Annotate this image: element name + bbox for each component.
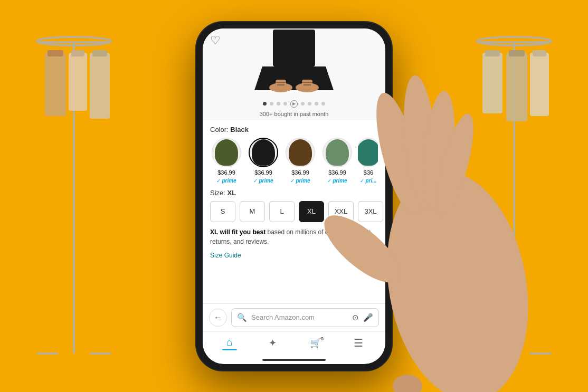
- size-xxl[interactable]: XXL: [328, 201, 354, 222]
- dot-8[interactable]: [315, 102, 318, 106]
- content-area: Color: Black $36.99 ✓: [203, 120, 385, 303]
- size-l[interactable]: L: [269, 201, 295, 222]
- prime-badge-black: ✓ prime: [253, 178, 273, 184]
- color-option-sage[interactable]: $36.99 ✓ prime: [321, 138, 354, 184]
- color-circle-brown: [286, 138, 315, 167]
- back-button[interactable]: ←: [209, 309, 227, 327]
- product-image: [241, 30, 347, 93]
- size-xl[interactable]: XL: [299, 201, 324, 222]
- cart-icon: 🛒0: [310, 337, 321, 349]
- size-guide-link[interactable]: Size Guide: [210, 252, 378, 259]
- color-price-teal: $36: [364, 169, 373, 176]
- svg-rect-25: [276, 80, 286, 88]
- home-indicator: [262, 359, 326, 361]
- svg-point-35: [419, 89, 459, 213]
- color-option-black[interactable]: $36.99 ✓ prime: [247, 138, 280, 184]
- discover-icon: ✦: [269, 337, 277, 349]
- nav-bar: ⌂ ✦ 🛒0 ☰: [203, 332, 385, 357]
- product-image-area: ♡: [203, 28, 385, 97]
- svg-point-34: [399, 73, 442, 213]
- home-active-indicator: [222, 349, 237, 350]
- color-circle-black: [249, 138, 278, 167]
- svg-point-38: [393, 375, 422, 393]
- nav-home[interactable]: ⌂: [216, 336, 243, 350]
- fit-rec-bold: XL will fit you best: [210, 228, 265, 236]
- color-circle-olive: [212, 138, 241, 167]
- color-circle-sage: [323, 138, 352, 167]
- size-section: Size: XL S M L XL XXL 3XL: [210, 189, 378, 222]
- pagination-dots: ▶: [203, 97, 385, 110]
- wishlist-icon[interactable]: ♡: [210, 34, 221, 47]
- color-option-teal[interactable]: $36 ✓ pri...: [358, 138, 378, 184]
- search-bar: ← 🔍 Search Amazon.com ⊙ 🎤: [203, 304, 385, 332]
- color-label: Color: Black: [210, 126, 378, 133]
- phone-screen: ♡: [203, 28, 385, 364]
- svg-point-36: [429, 110, 481, 219]
- svg-rect-29: [302, 80, 312, 88]
- camera-icon[interactable]: ⊙: [352, 313, 359, 322]
- color-options: $36.99 ✓ prime $: [210, 138, 378, 184]
- color-option-olive[interactable]: $36.99 ✓ prime: [210, 138, 243, 184]
- bought-badge: 300+ bought in past month: [203, 110, 385, 120]
- color-selected-value: Black: [230, 126, 249, 133]
- back-icon: ←: [214, 313, 222, 322]
- dot-6[interactable]: [301, 102, 305, 106]
- bottom-bar: ← 🔍 Search Amazon.com ⊙ 🎤 ⌂: [203, 303, 385, 364]
- svg-point-32: [370, 159, 532, 392]
- size-label: Size: XL: [210, 189, 378, 197]
- prime-badge-teal: ✓ pri...: [360, 178, 376, 184]
- size-options: S M L XL XXL 3XL: [210, 201, 378, 222]
- color-circle-teal: [358, 138, 378, 167]
- dot-3[interactable]: [277, 102, 280, 106]
- svg-rect-22: [273, 30, 315, 66]
- color-section: Color: Black $36.99 ✓: [210, 126, 378, 184]
- prime-badge-brown: ✓ prime: [290, 178, 310, 184]
- fit-recommendation: XL will fit you best based on millions o…: [210, 227, 378, 246]
- color-price-olive: $36.99: [217, 169, 235, 176]
- color-option-brown[interactable]: $36.99 ✓ prime: [284, 138, 317, 184]
- prime-badge-sage: ✓ prime: [327, 178, 347, 184]
- dot-2[interactable]: [270, 102, 273, 106]
- nav-menu[interactable]: ☰: [345, 337, 372, 349]
- phone: ♡: [196, 22, 392, 370]
- phone-and-hand: ♡: [162, 6, 426, 386]
- menu-icon: ☰: [354, 337, 363, 349]
- size-selected-value: XL: [227, 189, 236, 197]
- scene: ♡: [0, 0, 588, 392]
- dot-1[interactable]: [263, 102, 267, 106]
- dot-9[interactable]: [321, 102, 325, 106]
- dot-video[interactable]: ▶: [290, 100, 298, 108]
- search-icon: 🔍: [237, 313, 247, 322]
- nav-cart[interactable]: 🛒0: [302, 337, 329, 349]
- size-3xl[interactable]: 3XL: [358, 201, 383, 222]
- dot-4[interactable]: [283, 102, 287, 106]
- mic-icon[interactable]: 🎤: [363, 313, 373, 322]
- size-s[interactable]: S: [210, 201, 235, 222]
- dot-7[interactable]: [308, 102, 311, 106]
- svg-marker-23: [254, 66, 334, 90]
- nav-discover[interactable]: ✦: [259, 337, 286, 349]
- search-input-wrap[interactable]: 🔍 Search Amazon.com ⊙ 🎤: [231, 308, 379, 327]
- size-m[interactable]: M: [240, 201, 265, 222]
- color-price-black: $36.99: [254, 169, 272, 176]
- color-price-brown: $36.99: [291, 169, 309, 176]
- search-placeholder: Search Amazon.com: [251, 313, 348, 321]
- color-price-sage: $36.99: [328, 169, 346, 176]
- prime-badge-olive: ✓ prime: [216, 178, 236, 184]
- home-icon: ⌂: [226, 336, 233, 348]
